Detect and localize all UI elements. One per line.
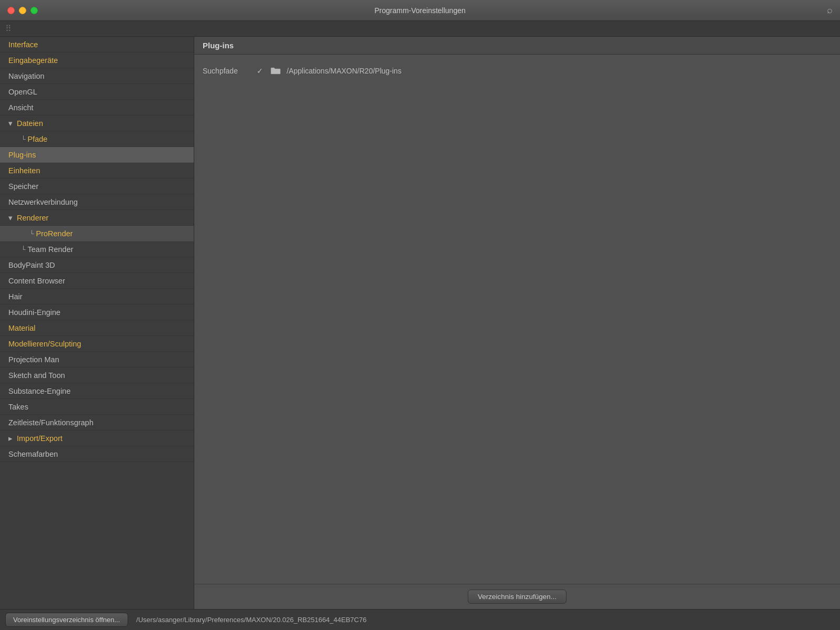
suchpfade-label: Suchpfade bbox=[203, 67, 250, 75]
main-layout: Interface Eingabegeräte Navigation OpenG… bbox=[0, 37, 840, 609]
folder-icon[interactable] bbox=[270, 66, 281, 76]
sidebar-item-label: Navigation bbox=[8, 72, 45, 80]
sidebar-item-renderer[interactable]: ▾ Renderer bbox=[0, 210, 194, 226]
sidebar-item-label: Eingabegeräte bbox=[8, 56, 58, 65]
sidebar-item-label: Hair bbox=[8, 292, 23, 301]
sidebar-item-zeitleiste[interactable]: Zeitleiste/Funktionsgraph bbox=[0, 415, 194, 430]
sidebar-item-label: Content Browser bbox=[8, 277, 65, 285]
sidebar: Interface Eingabegeräte Navigation OpenG… bbox=[0, 37, 194, 609]
sidebar-item-label: Dateien bbox=[17, 119, 43, 128]
sidebar-item-label: Houdini-Engine bbox=[8, 308, 60, 317]
sidebar-item-interface[interactable]: Interface bbox=[0, 37, 194, 52]
drag-handle: ⠿ bbox=[5, 24, 13, 34]
status-path: /Users/asanger/Library/Preferences/MAXON… bbox=[128, 616, 840, 624]
sidebar-item-label: Substance-Engine bbox=[8, 387, 71, 395]
traffic-lights bbox=[7, 7, 38, 14]
tree-line-icon: └ bbox=[21, 135, 26, 143]
sidebar-item-houdini[interactable]: Houdini-Engine bbox=[0, 304, 194, 320]
content-header: Plug-ins bbox=[194, 37, 840, 55]
sidebar-item-label: OpenGL bbox=[8, 88, 37, 96]
sidebar-item-opengl[interactable]: OpenGL bbox=[0, 84, 194, 100]
sidebar-item-label: Ansicht bbox=[8, 103, 34, 112]
sidebar-item-label: Takes bbox=[8, 403, 28, 411]
sidebar-item-label: Renderer bbox=[17, 214, 48, 222]
sidebar-item-label: Projection Man bbox=[8, 355, 59, 364]
sidebar-item-label: Speicher bbox=[8, 182, 38, 191]
sidebar-item-schemafarben[interactable]: Schemafarben bbox=[0, 446, 194, 462]
sidebar-item-bodypaint[interactable]: BodyPaint 3D bbox=[0, 257, 194, 273]
sidebar-item-takes[interactable]: Takes bbox=[0, 399, 194, 415]
sidebar-item-label: Plug-ins bbox=[8, 151, 36, 159]
add-directory-button[interactable]: Verzeichnis hinzufügen... bbox=[468, 590, 566, 604]
sidebar-item-speicher[interactable]: Speicher bbox=[0, 178, 194, 194]
minimize-button[interactable] bbox=[19, 7, 26, 14]
sidebar-item-projectionman[interactable]: Projection Man bbox=[0, 352, 194, 368]
sidebar-item-label: Import/Export bbox=[17, 434, 62, 443]
sidebar-item-contentbrowser[interactable]: Content Browser bbox=[0, 273, 194, 289]
sidebar-item-label: BodyPaint 3D bbox=[8, 261, 55, 269]
sidebar-item-label: Team Render bbox=[28, 245, 74, 254]
suchpfade-row: Suchpfade ✓ /Applications/MAXON/R20/Plug… bbox=[203, 63, 832, 79]
title-bar: Programm-Voreinstellungen ⌕ bbox=[0, 0, 840, 21]
sidebar-item-label: Schemafarben bbox=[8, 450, 58, 458]
search-icon[interactable]: ⌕ bbox=[827, 5, 833, 16]
sidebar-item-eingabegeraete[interactable]: Eingabegeräte bbox=[0, 52, 194, 68]
close-button[interactable] bbox=[7, 7, 15, 14]
sidebar-item-sketchandtoon[interactable]: Sketch and Toon bbox=[0, 368, 194, 383]
sidebar-item-label: Netzwerkverbindung bbox=[8, 198, 78, 206]
toolbar: ⠿ bbox=[0, 21, 840, 37]
sidebar-item-dateien[interactable]: ▾ Dateien bbox=[0, 116, 194, 131]
sidebar-item-label: Interface bbox=[8, 40, 38, 49]
sidebar-item-label: Pfade bbox=[28, 135, 48, 143]
sidebar-item-substanceengine[interactable]: Substance-Engine bbox=[0, 383, 194, 399]
sidebar-item-netzwerk[interactable]: Netzwerkverbindung bbox=[0, 194, 194, 210]
sidebar-item-einheiten[interactable]: Einheiten bbox=[0, 163, 194, 178]
open-prefs-button[interactable]: Voreinstellungsverzeichnis öffnen... bbox=[5, 613, 128, 627]
content-area: Plug-ins Suchpfade ✓ /Applications/MAXON… bbox=[194, 37, 840, 609]
status-bar: Voreinstellungsverzeichnis öffnen... /Us… bbox=[0, 609, 840, 630]
chevron-down-icon: ▾ bbox=[8, 119, 16, 128]
sidebar-item-plugins[interactable]: Plug-ins bbox=[0, 147, 194, 163]
sidebar-item-modellieren[interactable]: Modellieren/Sculpting bbox=[0, 336, 194, 352]
plugin-path: /Applications/MAXON/R20/Plug-ins bbox=[287, 67, 402, 75]
sidebar-item-teamrender[interactable]: └ Team Render bbox=[0, 242, 194, 257]
sidebar-item-prorender[interactable]: └ ProRender bbox=[0, 226, 194, 242]
sidebar-item-hair[interactable]: Hair bbox=[0, 289, 194, 304]
chevron-right-icon: ▸ bbox=[8, 434, 16, 443]
sidebar-item-navigation[interactable]: Navigation bbox=[0, 68, 194, 84]
sidebar-item-ansicht[interactable]: Ansicht bbox=[0, 100, 194, 116]
tree-line-icon: └ bbox=[29, 230, 34, 237]
sidebar-item-label: Einheiten bbox=[8, 166, 40, 175]
checkbox-icon[interactable]: ✓ bbox=[255, 66, 265, 76]
sidebar-item-pfade[interactable]: └ Pfade bbox=[0, 131, 194, 147]
sidebar-item-material[interactable]: Material bbox=[0, 320, 194, 336]
sidebar-item-label: ProRender bbox=[36, 229, 73, 238]
maximize-button[interactable] bbox=[30, 7, 38, 14]
window-title: Programm-Voreinstellungen bbox=[374, 6, 466, 15]
sidebar-item-label: Zeitleiste/Funktionsgraph bbox=[8, 418, 93, 427]
sidebar-item-label: Material bbox=[8, 324, 36, 332]
chevron-down-icon: ▾ bbox=[8, 214, 16, 222]
content-footer: Verzeichnis hinzufügen... bbox=[194, 584, 840, 609]
sidebar-item-label: Sketch and Toon bbox=[8, 371, 65, 380]
sidebar-item-label: Modellieren/Sculpting bbox=[8, 340, 81, 348]
content-body: Suchpfade ✓ /Applications/MAXON/R20/Plug… bbox=[194, 55, 840, 584]
tree-line-icon: └ bbox=[21, 246, 26, 253]
sidebar-item-importexport[interactable]: ▸ Import/Export bbox=[0, 430, 194, 446]
